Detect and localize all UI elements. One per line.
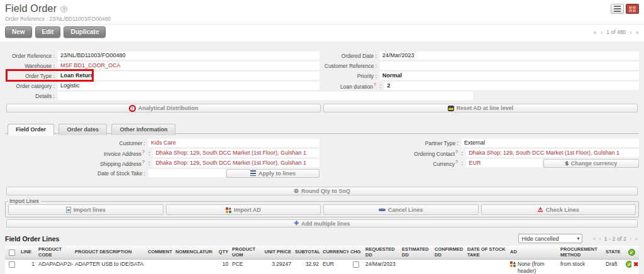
row-checkbox[interactable] [9, 261, 15, 268]
delete-line-icon[interactable]: ✖ [633, 261, 638, 268]
lines-title: Field Order Lines [5, 235, 59, 243]
new-button[interactable]: New [5, 26, 32, 38]
notebook: Field Order Order dates Other Informatio… [5, 123, 639, 182]
warning-triangle-icon: ⚠ [538, 207, 543, 213]
details-value [58, 92, 473, 100]
field-customer: Customer : Kids Care [5, 139, 319, 147]
alert-circle-icon: ! [129, 105, 136, 112]
cell-currency: EUR [321, 260, 348, 274]
view-switcher [611, 4, 639, 14]
order-type-label: Order Type : [5, 73, 58, 79]
pager-first-icon[interactable]: « [593, 29, 597, 36]
apply-to-lines-label: Apply to lines [258, 170, 296, 177]
tab-order-dates[interactable]: Order dates [58, 124, 107, 135]
pager-next-icon[interactable]: › [630, 29, 631, 36]
lines-pager-next-icon[interactable]: › [630, 236, 631, 242]
cell-product-uom: PCE [230, 260, 260, 274]
tab-field-order[interactable]: Field Order [8, 124, 54, 135]
header-check-icon: ✓ [628, 249, 635, 256]
lines-pager: « ‹ 1 - 2 of 2 › » [592, 236, 638, 242]
col-state: STATE [604, 246, 624, 260]
date-of-stock-take-value [148, 169, 225, 177]
check-lines-button[interactable]: ⚠ Check Lines [481, 204, 636, 215]
pager-last-icon[interactable]: » [635, 29, 639, 36]
hide-cancelled-select[interactable]: Hide cancelled ▾ [518, 234, 582, 243]
field-warehouse: Warehouse : MSF BD1_COOR_OCA [5, 62, 319, 70]
shipping-address-label: Shipping Address [100, 160, 142, 167]
ordering-contact-value[interactable]: Dhaka Shop: 129, South DCC Market (1st F… [466, 149, 639, 157]
round-qty-label: Round Qty to SoQ [301, 188, 350, 194]
field-order-page: Field Order ? Order Reference : 23/NL/BD… [0, 0, 644, 274]
lines-pager-last-icon[interactable]: » [635, 236, 638, 242]
col-procurement-method: PROCUREMENT METHOD [558, 246, 604, 260]
cell-state: Draft [604, 260, 624, 274]
field-customer-reference: Customer Reference : [325, 62, 639, 70]
import-lines-button[interactable]: Import lines [8, 204, 164, 215]
customer-reference-value [380, 62, 639, 70]
shipping-address-value[interactable]: Dhaka Shop: 129, South DCC Market (1st F… [153, 159, 319, 167]
import-ad-label: Import AD [234, 207, 261, 213]
edit-button[interactable]: Edit [35, 26, 61, 38]
lines-pager-text: 1 - 2 of 2 [604, 236, 626, 242]
currency-value[interactable]: EUR [466, 159, 542, 167]
cancel-lines-icon [379, 209, 386, 211]
cancel-lines-button[interactable]: Cancel Lines [323, 204, 479, 215]
lines-header-row: LINE PRODUCT CODE PRODUCT DESCRIPTION CO… [5, 246, 639, 260]
ordering-contact-help-icon: ? [455, 150, 458, 154]
col-requested-dd: REQUESTED DD [364, 246, 400, 260]
loan-duration-value: 2 [384, 82, 639, 90]
lines-pager-first-icon[interactable]: « [592, 236, 596, 242]
date-of-stock-take-label: Date of Stock Take : [5, 170, 148, 177]
field-details: Details : [5, 92, 639, 100]
apply-lines-icon [250, 170, 256, 176]
warehouse-value[interactable]: MSF BD1_COOR_OCA [58, 62, 319, 70]
import-lines-icon [66, 207, 71, 213]
toolbar: New Edit Duplicate « ‹ 1 of 480 › » [0, 25, 644, 41]
col-currency: CURRENCY [321, 246, 348, 260]
field-order-lines-section: Field Order Lines Hide cancelled ▾ « ‹ 1… [5, 231, 639, 274]
col-nomenclature: NOMENCLATURE [174, 246, 213, 260]
reset-ad-button[interactable]: Reset AD at line level [323, 104, 638, 112]
analytical-distribution-label: Analytical Distribution [138, 105, 199, 111]
cell-line: 1 [19, 260, 36, 274]
list-view-icon[interactable] [611, 4, 624, 14]
select-all-checkbox[interactable] [9, 249, 15, 256]
apply-to-lines-button[interactable]: Apply to lines [226, 169, 319, 178]
tab-bar: Field Order Order dates Other Informatio… [5, 123, 639, 134]
tab-other-information[interactable]: Other Information [111, 124, 175, 135]
page-header: Field Order ? Order Reference : 23/NL/BD… [0, 0, 644, 25]
add-multiple-lines-button[interactable]: ✚ Add multiple lines [6, 219, 638, 227]
col-product-description: PRODUCT DESCRIPTION [73, 246, 146, 260]
pager-prev-icon[interactable]: ‹ [601, 29, 602, 36]
lines-pager-prev-icon[interactable]: ‹ [599, 236, 601, 242]
field-order-type: Order Type : Loan Return [5, 72, 319, 80]
order-reference-label: Order Reference : [5, 53, 58, 59]
field-ordered-date: Ordered Date : 24/Mar/2023 [325, 52, 639, 60]
loan-duration-help-icon: ? [374, 82, 376, 87]
col-qty: QTY [213, 246, 230, 260]
field-priority: Priority : Normal [325, 72, 639, 80]
col-product-code: PRODUCT CODE [36, 246, 73, 260]
round-qty-icon: ⚙ [294, 189, 299, 194]
plus-icon: ✚ [294, 221, 299, 226]
field-currency: Currency? : EUR $ Change currency [325, 159, 639, 167]
analytical-distribution-button[interactable]: ! Analytical Distribution [6, 104, 321, 112]
customer-label: Customer : [5, 140, 148, 146]
pager-text: 1 of 480 [606, 29, 626, 35]
col-ad: AD [508, 246, 558, 260]
title-help-icon[interactable]: ? [60, 6, 67, 13]
duplicate-button[interactable]: Duplicate [64, 26, 106, 38]
reset-ad-label: Reset AD at line level [457, 105, 514, 111]
currency-help-icon: ? [455, 160, 458, 164]
invoice-address-label: Invoice Address [104, 150, 142, 156]
change-currency-button[interactable]: $ Change currency [543, 159, 639, 168]
add-multiple-lines-label: Add multiple lines [301, 221, 350, 227]
customer-value[interactable]: Kids Care [148, 139, 319, 147]
import-ad-button[interactable]: Import AD [166, 204, 321, 215]
form-view-icon[interactable] [626, 4, 639, 14]
round-qty-button[interactable]: ⚙ Round Qty to SoQ [6, 187, 638, 195]
chg-checkbox[interactable] [353, 261, 359, 268]
col-line: LINE [19, 246, 36, 260]
order-category-label: Order category : [5, 83, 58, 89]
invoice-address-value[interactable]: Dhaka Shop: 129, South DCC Market (1st F… [153, 149, 319, 157]
